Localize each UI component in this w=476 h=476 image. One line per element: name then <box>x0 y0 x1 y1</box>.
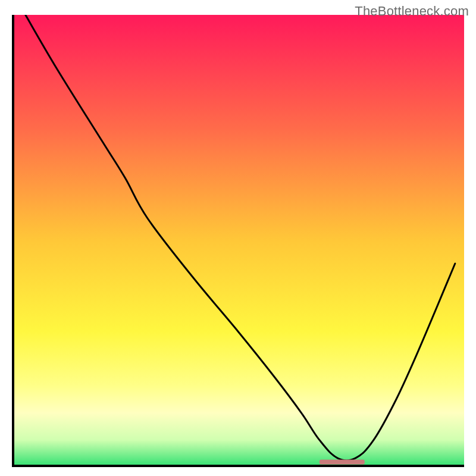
bottleneck-chart <box>12 15 464 467</box>
chart-svg <box>12 15 464 467</box>
watermark-text: TheBottleneck.com <box>355 4 469 19</box>
y-axis <box>12 15 14 467</box>
optimum-range-marker <box>320 459 365 464</box>
x-axis <box>12 465 464 467</box>
